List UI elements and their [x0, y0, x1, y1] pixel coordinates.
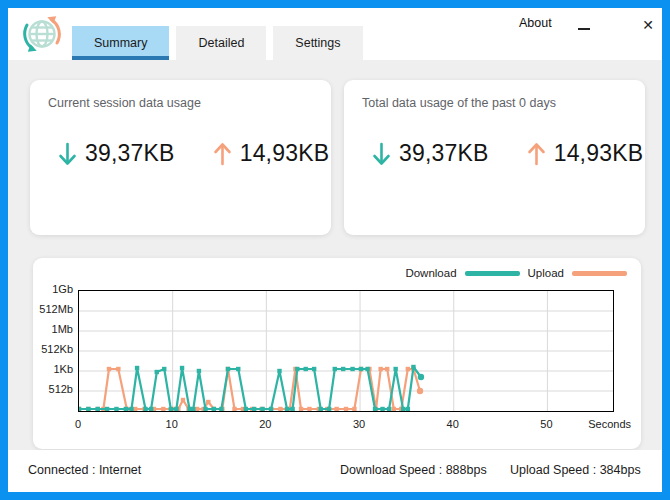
status-bar: Connected : Internet Download Speed : 88… [8, 450, 662, 492]
speed-chart-card: DownloadUpload 1Gb512Mb1Mb512Kb1Kb512b 0… [33, 258, 641, 449]
current-session-title: Current session data usage [48, 96, 201, 110]
upload-speed-status: Upload Speed : 384bps [510, 463, 641, 477]
app-window: Summary Detailed Settings About ✕ Curren… [8, 8, 662, 492]
window-frame: Summary Detailed Settings About ✕ Curren… [0, 0, 670, 500]
y-tick-label: 512b [33, 383, 73, 395]
upload-arrow-icon [213, 141, 232, 167]
x-axis-unit-label: Seconds [588, 418, 631, 430]
about-button[interactable]: About [513, 14, 558, 32]
total-download-pair: 39,37KB [372, 140, 489, 167]
header: Summary Detailed Settings About ✕ [8, 8, 662, 60]
total-usage-values: 39,37KB 14,93KB [372, 140, 643, 167]
minimize-button[interactable] [569, 12, 599, 38]
tab-summary[interactable]: Summary [72, 26, 169, 60]
y-tick-label: 512Kb [33, 343, 73, 355]
x-tick-label: 0 [75, 418, 81, 430]
session-download-value: 39,37KB [85, 140, 175, 167]
x-tick-label: 40 [447, 418, 459, 430]
total-upload-value: 14,93KB [554, 140, 644, 167]
x-tick-label: 30 [353, 418, 365, 430]
session-download-pair: 39,37KB [58, 140, 175, 167]
upload-arrow-icon [527, 141, 546, 167]
x-tick-label: 20 [259, 418, 271, 430]
legend-swatch-upload [572, 271, 627, 276]
chart-legend: DownloadUpload [405, 267, 627, 279]
session-upload-pair: 14,93KB [213, 140, 330, 167]
download-arrow-icon [372, 141, 391, 167]
legend-label-download: Download [405, 267, 456, 279]
y-tick-label: 1Mb [33, 323, 73, 335]
y-tick-label: 1Gb [33, 283, 73, 295]
total-upload-pair: 14,93KB [527, 140, 644, 167]
tab-detailed[interactable]: Detailed [176, 26, 266, 60]
total-download-value: 39,37KB [399, 140, 489, 167]
connection-status: Connected : Internet [28, 463, 141, 477]
close-button[interactable]: ✕ [633, 12, 662, 38]
legend-swatch-download [465, 271, 520, 276]
download-speed-status: Download Speed : 888bps [340, 463, 487, 477]
chart-plot [78, 290, 614, 412]
total-usage-title: Total data usage of the past 0 days [362, 96, 556, 110]
x-tick-label: 50 [540, 418, 552, 430]
download-arrow-icon [58, 141, 77, 167]
current-session-card: Current session data usage 39,37KB [30, 80, 331, 235]
x-tick-label: 10 [166, 418, 178, 430]
current-session-values: 39,37KB 14,93KB [58, 140, 329, 167]
app-logo-globe-icon [20, 12, 64, 56]
main-content: Current session data usage 39,37KB [8, 60, 662, 450]
session-upload-value: 14,93KB [240, 140, 330, 167]
y-tick-label: 1Kb [33, 363, 73, 375]
tab-settings[interactable]: Settings [273, 26, 362, 60]
tab-bar: Summary Detailed Settings [72, 26, 363, 60]
total-usage-card: Total data usage of the past 0 days 39,3… [344, 80, 645, 235]
minimize-icon [578, 28, 590, 30]
legend-label-upload: Upload [528, 267, 564, 279]
y-tick-label: 512Mb [33, 303, 73, 315]
